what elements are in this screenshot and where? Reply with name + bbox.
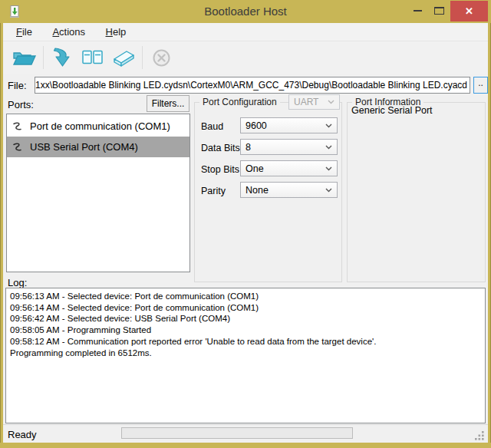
maximize-button[interactable] — [429, 0, 449, 21]
menu-file[interactable]: File — [8, 23, 41, 41]
log-line: Programming completed in 6512ms. — [10, 348, 481, 359]
log-label: Log: — [8, 277, 27, 288]
eraser-icon — [111, 48, 136, 68]
bootloader-host-window: Bootloader Host ✕ File Actions Help — [0, 0, 491, 448]
log-line: 09:58:05 AM - Programming Started — [10, 324, 481, 336]
file-path-value: ader_41xx\Bootloadable Blinking LED.cyds… — [35, 80, 467, 91]
program-button[interactable] — [47, 44, 77, 71]
toolbar-separator — [43, 46, 44, 69]
parity-label: Parity — [201, 186, 226, 196]
log-line: 09:56:14 AM - Selected device: Port de c… — [10, 302, 481, 314]
chevron-down-icon — [325, 124, 332, 128]
browse-button[interactable]: .. — [473, 77, 488, 94]
parity-dropdown[interactable]: None — [240, 182, 338, 198]
title-bar: Bootloader Host ✕ — [0, 0, 491, 23]
serial-port-icon — [12, 121, 23, 132]
status-text: Ready — [8, 429, 37, 440]
file-path-input[interactable]: ader_41xx\Bootloadable Blinking LED.cyds… — [35, 77, 470, 94]
verify-documents-icon — [81, 48, 104, 68]
erase-button[interactable] — [108, 44, 139, 71]
log-line: 09:58:12 AM - Communication port reporte… — [10, 336, 481, 348]
minimize-icon — [414, 10, 422, 12]
port-item-label: USB Serial Port (COM4) — [30, 141, 138, 153]
menu-bar: File Actions Help — [3, 23, 488, 41]
port-item-label: Port de communication (COM1) — [30, 120, 170, 132]
chevron-down-icon — [325, 188, 332, 193]
ports-label: Ports: — [8, 99, 34, 110]
close-button[interactable]: ✕ — [450, 1, 488, 21]
data-bits-label: Data Bits — [201, 143, 240, 153]
minimize-button[interactable] — [407, 0, 427, 21]
program-arrow-icon — [53, 47, 72, 68]
menu-actions[interactable]: Actions — [44, 23, 94, 41]
baud-value: 9600 — [246, 120, 267, 131]
baud-dropdown[interactable]: 9600 — [240, 117, 338, 133]
port-list: Port de communication (COM1) USB Serial … — [6, 114, 190, 272]
port-list-item-com1[interactable]: Port de communication (COM1) — [7, 116, 189, 137]
abort-button[interactable] — [146, 44, 176, 71]
data-bits-dropdown[interactable]: 8 — [240, 139, 338, 155]
chevron-down-icon — [325, 145, 332, 150]
log-output[interactable]: 09:56:13 AM - Selected device: Port de c… — [5, 288, 486, 423]
stop-bits-dropdown[interactable]: One — [240, 160, 338, 176]
serial-port-icon — [12, 142, 23, 153]
baud-label: Baud — [201, 121, 223, 132]
toolbar-separator — [142, 46, 143, 69]
open-folder-icon — [12, 48, 37, 68]
verify-button[interactable] — [77, 44, 108, 71]
toolbar — [3, 41, 488, 74]
chevron-down-icon — [328, 100, 334, 104]
maximize-icon — [434, 7, 444, 15]
stop-bits-value: One — [246, 163, 264, 174]
window-bottom-border — [0, 443, 491, 448]
port-configuration-title: Port Configuration — [199, 97, 280, 107]
data-bits-value: 8 — [246, 142, 251, 153]
progress-bar — [121, 427, 353, 439]
filters-button[interactable]: Filters... — [147, 95, 189, 112]
resize-grip[interactable] — [474, 430, 485, 441]
open-file-button[interactable] — [9, 44, 40, 71]
port-information-group: Port Information Generic Serial Port — [347, 102, 486, 282]
abort-icon — [152, 48, 171, 68]
chevron-down-icon — [325, 166, 332, 171]
port-information-text: Generic Serial Port — [351, 105, 433, 116]
log-line: 09:56:13 AM - Selected device: Port de c… — [10, 291, 481, 302]
stop-bits-label: Stop Bits — [201, 164, 239, 175]
port-list-item-com4[interactable]: USB Serial Port (COM4) — [7, 137, 189, 157]
protocol-value: UART — [294, 97, 318, 107]
log-line: 09:56:42 AM - Selected device: USB Seria… — [10, 313, 481, 324]
menu-help[interactable]: Help — [97, 23, 135, 41]
protocol-dropdown[interactable]: UART — [288, 94, 340, 110]
parity-value: None — [246, 185, 269, 196]
file-label: File: — [8, 80, 27, 91]
